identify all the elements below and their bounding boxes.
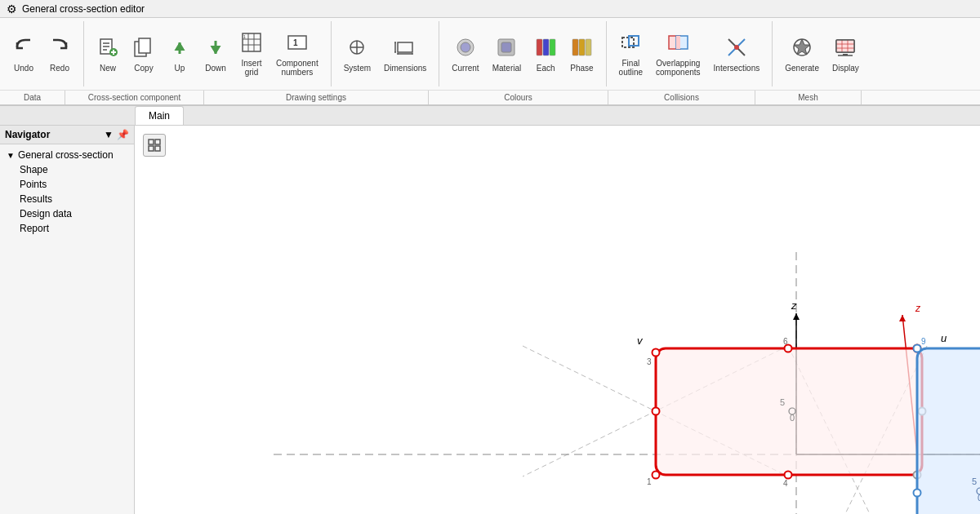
svg-rect-57 — [149, 140, 154, 144]
each-button[interactable]: Each — [528, 32, 563, 77]
generate-icon — [791, 36, 813, 62]
title-bar: ⚙ General cross-section editor — [0, 0, 980, 18]
red-point-bc — [785, 472, 792, 479]
z-axis-label: z — [791, 299, 797, 312]
svg-rect-60 — [155, 146, 160, 151]
intersections-button[interactable]: Intersections — [708, 32, 766, 77]
current-button[interactable]: Current — [446, 32, 484, 77]
nav-item-shape[interactable]: Shape — [3, 162, 131, 177]
nav-label-report: Report — [20, 223, 49, 234]
svg-marker-70 — [793, 313, 800, 320]
blue-rectangle[interactable] — [917, 348, 980, 514]
generate-label: Generate — [785, 64, 819, 73]
down-icon — [204, 36, 227, 62]
nav-label-shape: Shape — [20, 164, 48, 175]
insert-grid-button[interactable]: 1 Insert grid — [234, 27, 269, 81]
new-label: New — [100, 64, 116, 73]
ribbon-label-colours: Colours — [429, 91, 608, 104]
insert-grid-label: Insert grid — [241, 59, 261, 77]
navigator-title: Navigator — [5, 129, 50, 140]
fit-zoom-button[interactable] — [143, 134, 166, 157]
overlapping-components-button[interactable]: Overlapping components — [650, 27, 706, 81]
svg-marker-72 — [899, 315, 906, 321]
new-button[interactable]: New — [91, 32, 125, 77]
nav-item-points[interactable]: Points — [3, 177, 131, 192]
red-label-tl: 3 — [647, 357, 652, 366]
undo-icon — [12, 36, 35, 62]
dimensions-label: Dimensions — [384, 64, 426, 73]
redo-label: Redo — [50, 64, 69, 73]
nav-label-points: Points — [20, 179, 47, 190]
svg-rect-32 — [501, 42, 511, 52]
intersections-label: Intersections — [714, 64, 760, 73]
blue-label-tl: 9 — [921, 337, 926, 346]
phase-label: Phase — [570, 64, 593, 73]
redo-icon — [48, 36, 71, 62]
final-outline-icon — [619, 31, 642, 57]
svg-text:1: 1 — [293, 38, 298, 47]
nav-item-report[interactable]: Report — [3, 221, 131, 236]
dimensions-button[interactable]: Dimensions — [378, 32, 432, 77]
svg-rect-49 — [836, 40, 854, 52]
component-numbers-label: Component numbers — [276, 59, 318, 77]
copy-button[interactable]: Copy — [127, 32, 161, 77]
final-outline-label: Final outline — [619, 59, 643, 77]
main-layout: Navigator ▼ 📌 ▼ General cross-section Sh… — [0, 126, 980, 514]
red-rect-center-num: 5 — [780, 397, 785, 407]
generate-button[interactable]: Generate — [779, 32, 825, 77]
material-button[interactable]: Material — [487, 32, 528, 77]
app-icon: ⚙ — [7, 2, 17, 16]
phase-icon — [570, 36, 593, 62]
each-icon — [534, 36, 557, 62]
new-icon — [96, 36, 119, 62]
system-icon — [345, 36, 368, 62]
nav-item-design-data[interactable]: Design data — [3, 206, 131, 221]
undo-button[interactable]: Undo — [7, 32, 41, 77]
component-numbers-button[interactable]: 1 Component numbers — [270, 27, 324, 81]
navigator-controls: ▼ 📌 — [104, 129, 129, 140]
svg-rect-43 — [676, 36, 680, 49]
overlapping-components-label: Overlapping components — [656, 59, 700, 77]
up-label: Up — [175, 64, 185, 73]
ribbon-label-mesh: Mesh — [755, 91, 862, 104]
canvas-area[interactable]: y z z u v 5 0 3 — [135, 126, 980, 514]
system-label: System — [344, 64, 371, 73]
svg-text:1: 1 — [243, 34, 246, 39]
ribbon-group-colours: Current Material — [439, 21, 606, 86]
navigator-pin-button[interactable]: 📌 — [117, 129, 129, 140]
nav-item-results[interactable]: Results — [3, 192, 131, 206]
red-label-tc: 6 — [783, 337, 788, 346]
nav-label-root: General cross-section — [18, 149, 114, 161]
display-button[interactable]: Display — [826, 32, 865, 77]
svg-rect-33 — [537, 39, 542, 55]
red-z-label: z — [915, 303, 921, 314]
ribbon-group-collisions: Final outline Overlapping components — [607, 21, 773, 86]
nav-label-design-data: Design data — [20, 208, 72, 219]
blue-point-tl — [914, 345, 921, 352]
app-title: General cross-section editor — [22, 3, 145, 15]
ribbon-group-csc: New Copy — [84, 21, 332, 86]
nav-label-results: Results — [20, 193, 52, 205]
svg-point-46 — [734, 45, 739, 50]
final-outline-button[interactable]: Final outline — [613, 27, 648, 81]
ribbon-label-data: Data — [0, 91, 65, 104]
up-button[interactable]: Up — [163, 32, 197, 77]
redo-button[interactable]: Redo — [42, 32, 77, 77]
red-point-tl — [653, 349, 660, 357]
svg-rect-37 — [579, 39, 585, 55]
down-button[interactable]: Down — [198, 32, 233, 77]
ribbon-group-data: Undo Redo — [0, 21, 84, 86]
blue-point-ml — [914, 490, 921, 497]
nav-item-root[interactable]: ▼ General cross-section — [3, 148, 131, 162]
tab-main[interactable]: Main — [135, 106, 184, 125]
system-button[interactable]: System — [338, 32, 376, 77]
ribbon-labels: Data Cross-section component Drawing set… — [0, 90, 980, 104]
overlapping-components-icon — [666, 31, 689, 57]
svg-rect-34 — [543, 39, 549, 55]
current-icon — [454, 36, 477, 62]
copy-icon — [132, 36, 155, 62]
phase-button[interactable]: Phase — [564, 32, 599, 77]
navigator-menu-button[interactable]: ▼ — [104, 129, 114, 140]
display-icon — [834, 36, 857, 62]
ribbon-label-ds: Drawing settings — [204, 91, 429, 104]
